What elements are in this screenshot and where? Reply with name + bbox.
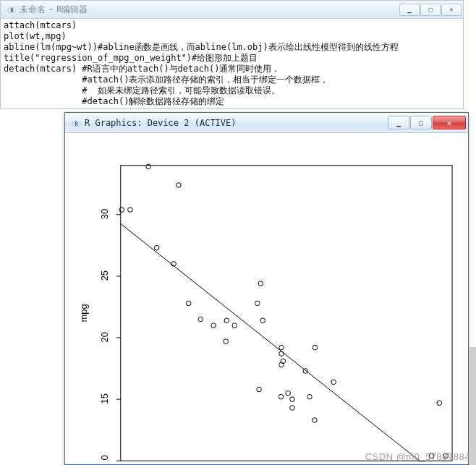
data-point xyxy=(279,345,284,350)
data-point xyxy=(186,301,191,306)
data-point xyxy=(313,345,318,350)
minimize-button[interactable]: ▁ xyxy=(388,116,409,129)
graphics-title-text: R Graphics: Device 2 (ACTIVE) xyxy=(85,118,237,128)
code-line: #detach()解除数据路径存储的绑定 xyxy=(4,96,460,107)
data-point xyxy=(211,323,216,328)
regression-line xyxy=(121,223,452,461)
data-point xyxy=(198,317,203,322)
data-point xyxy=(286,391,291,396)
data-point xyxy=(279,394,284,399)
maximize-button[interactable]: ▢ xyxy=(410,116,432,129)
data-point xyxy=(224,339,229,344)
graphics-titlebar[interactable]: R R Graphics: Device 2 (ACTIVE) ▁ ▢ ✕ xyxy=(65,113,468,133)
data-point xyxy=(257,387,262,392)
data-point xyxy=(290,406,295,411)
y-tick-label: 30 xyxy=(99,209,110,219)
y-tick-label: 15 xyxy=(99,393,110,404)
data-point xyxy=(307,394,313,399)
code-area[interactable]: attach(mtcars)plot(wt,mpg)abline(lm(mpg~… xyxy=(1,19,463,108)
code-line: # 如果未绑定路径索引，可能导致数据读取错误。 xyxy=(4,85,460,96)
data-point xyxy=(224,318,229,323)
data-point xyxy=(146,164,151,169)
svg-text:R: R xyxy=(10,7,14,14)
data-point xyxy=(437,401,442,406)
svg-text:R: R xyxy=(75,121,78,127)
graphics-title: R R Graphics: Device 2 (ACTIVE) xyxy=(71,118,388,128)
scrollbar-track[interactable] xyxy=(469,347,476,465)
data-point xyxy=(331,380,336,385)
code-line: plot(wt,mpg) xyxy=(4,31,460,42)
data-point xyxy=(258,281,263,286)
editor-window-controls: ▁ ▢ ✕ xyxy=(399,4,462,16)
data-point xyxy=(279,351,284,357)
data-point xyxy=(290,397,295,402)
y-axis-label: mpg xyxy=(78,304,89,322)
graphics-window: R R Graphics: Device 2 (ACTIVE) ▁ ▢ ✕ 10… xyxy=(64,112,469,465)
maximize-button[interactable]: ▢ xyxy=(420,4,441,16)
plot-frame xyxy=(121,166,452,461)
y-tick-label: 10 xyxy=(99,455,110,461)
close-button[interactable]: ✕ xyxy=(433,116,466,129)
scatter-plot: 1015202530mpg xyxy=(74,150,459,461)
editor-title-suffix: R编辑器 xyxy=(56,4,88,16)
data-point xyxy=(177,183,182,188)
editor-title: R 未命名 - R编辑器 xyxy=(7,4,399,16)
chart-area: 1015202530mpg xyxy=(65,133,468,464)
editor-window: R 未命名 - R编辑器 ▁ ▢ ✕ attach(mtcars)plot(wt… xyxy=(0,0,464,109)
data-point xyxy=(255,301,260,306)
data-point xyxy=(232,323,237,328)
graphics-window-controls: ▁ ▢ ✕ xyxy=(388,116,466,129)
r-logo-icon: R xyxy=(7,4,17,14)
editor-titlebar[interactable]: R 未命名 - R编辑器 ▁ ▢ ✕ xyxy=(1,1,463,19)
y-tick-label: 25 xyxy=(99,270,110,281)
r-logo-icon: R xyxy=(71,118,81,128)
editor-title-prefix: 未命名 xyxy=(20,4,46,16)
code-line: title("regression_of_mpg_on_weight")#给图形… xyxy=(4,53,460,64)
code-line: abline(lm(mpg~wt))#abline函数是画线，而abline(l… xyxy=(4,42,460,53)
watermark: CSDN @m0_57887884 xyxy=(365,451,470,462)
minimize-button[interactable]: ▁ xyxy=(399,4,420,16)
data-point xyxy=(128,208,133,213)
data-point xyxy=(119,208,124,213)
code-line: detach(mtcars) #R语言中的attach()与detach()通常… xyxy=(4,64,460,74)
data-point xyxy=(154,245,159,250)
y-tick-label: 20 xyxy=(99,332,110,342)
data-point xyxy=(303,369,308,374)
data-point xyxy=(260,318,265,323)
code-line: #attach()表示添加路径存储的索引，相当于绑定一个数据框， xyxy=(4,74,460,85)
close-button[interactable]: ✕ xyxy=(441,4,462,16)
code-line: attach(mtcars) xyxy=(4,20,460,31)
data-point xyxy=(313,418,318,423)
